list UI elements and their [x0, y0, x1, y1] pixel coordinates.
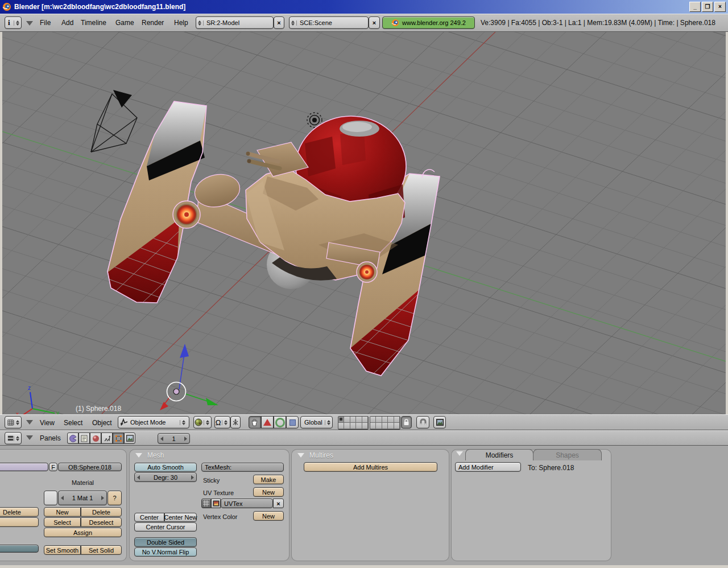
- viewport-3d[interactable]: z y x (1) Sphere.018: [2, 32, 726, 414]
- menu-game[interactable]: Game: [115, 19, 134, 27]
- menu-help[interactable]: Help: [174, 19, 188, 27]
- menu-object[interactable]: Object: [92, 419, 112, 427]
- layer-cell[interactable]: [350, 423, 356, 429]
- minimize-button[interactable]: _: [689, 2, 701, 12]
- editing-buttons-button[interactable]: [113, 433, 124, 444]
- manipulator-hand-button[interactable]: [249, 416, 261, 429]
- menu-select[interactable]: Select: [64, 419, 82, 427]
- script-buttons-button[interactable]: [78, 433, 90, 444]
- lock-layers-button[interactable]: [401, 416, 412, 429]
- layer-cell[interactable]: [338, 417, 344, 423]
- fake-user-button[interactable]: F: [49, 463, 57, 471]
- degr-decrement-icon[interactable]: [137, 475, 140, 480]
- menu-render[interactable]: Render: [142, 19, 164, 27]
- layer-cell[interactable]: [382, 423, 388, 429]
- view3d-window-type-button[interactable]: [5, 416, 22, 429]
- window-type-menu-button[interactable]: i: [5, 17, 22, 29]
- vertex-color-new-button[interactable]: New: [253, 511, 284, 521]
- add-multires-button[interactable]: Add Multires: [304, 462, 437, 472]
- object-name-field[interactable]: OB:Sphere.018: [58, 463, 122, 471]
- panel-collapse-icon[interactable]: [135, 453, 142, 458]
- degr-increment-icon[interactable]: [191, 475, 194, 480]
- buttons-window-type-button[interactable]: [5, 432, 22, 444]
- vertex-group-partial-button[interactable]: [0, 517, 39, 527]
- layer-cell[interactable]: [388, 423, 394, 429]
- modifiers-panel-header[interactable]: [456, 451, 463, 456]
- blender-version-button[interactable]: www.blender.org 249.2: [382, 17, 475, 29]
- multires-panel-header[interactable]: Multires: [297, 451, 333, 459]
- layer-cell[interactable]: [376, 423, 382, 429]
- header-collapse-icon[interactable]: [26, 420, 33, 425]
- add-modifier-button[interactable]: Add Modifier: [455, 462, 521, 472]
- layer-cell[interactable]: [344, 423, 350, 429]
- layer-cell[interactable]: [362, 417, 368, 423]
- screen-close-button[interactable]: ×: [274, 17, 284, 29]
- close-button[interactable]: ×: [714, 2, 726, 12]
- layer-cell[interactable]: [356, 417, 362, 423]
- tab-modifiers[interactable]: Modifiers: [465, 449, 533, 460]
- double-sided-toggle[interactable]: Double Sided: [134, 537, 197, 547]
- material-help-button[interactable]: ?: [107, 491, 122, 505]
- restore-button[interactable]: ❐: [702, 2, 713, 12]
- center-button[interactable]: Center: [134, 513, 164, 522]
- object-buttons-button[interactable]: [101, 433, 113, 444]
- mat-decrement-icon[interactable]: [61, 496, 64, 500]
- render-preview-button[interactable]: [433, 416, 446, 429]
- layer-buttons-group-1[interactable]: [338, 416, 369, 430]
- material-preview-swatch[interactable]: [44, 491, 57, 505]
- texmesh-field[interactable]: TexMesh:: [201, 463, 284, 472]
- layer-cell[interactable]: [338, 423, 344, 429]
- layer-cell[interactable]: [362, 423, 368, 429]
- header-collapse-icon[interactable]: [26, 21, 33, 26]
- layer-cell[interactable]: [394, 417, 400, 423]
- center-new-button[interactable]: Center New: [164, 513, 197, 522]
- menu-file[interactable]: File: [40, 19, 51, 27]
- material-select-button[interactable]: Select: [44, 517, 81, 527]
- layer-cell[interactable]: [388, 417, 394, 423]
- scene-selector[interactable]: SCE:Scene: [289, 17, 369, 29]
- menu-timeline[interactable]: Timeline: [81, 19, 106, 27]
- manipulator-toggle-button[interactable]: [230, 416, 241, 429]
- mode-selector[interactable]: Object Mode: [118, 416, 189, 429]
- title-bar[interactable]: Blender [m:\wc2dbloodfang\wc2dbloodfang1…: [0, 0, 728, 14]
- tab-shapes[interactable]: Shapes: [533, 449, 602, 460]
- layer-cell[interactable]: [356, 423, 362, 429]
- material-new-button[interactable]: New: [44, 507, 81, 517]
- draw-type-selector[interactable]: [193, 416, 212, 429]
- layer-cell[interactable]: [370, 423, 376, 429]
- center-cursor-button[interactable]: Center Cursor: [134, 522, 197, 532]
- frame-number-stepper[interactable]: 1: [158, 433, 190, 444]
- screen-selector[interactable]: SR:2-Model: [196, 17, 274, 29]
- snap-button[interactable]: [416, 416, 429, 429]
- orientation-selector[interactable]: Global: [300, 416, 333, 429]
- layer-cell[interactable]: [376, 417, 382, 423]
- uvtex-grid-button[interactable]: [201, 499, 211, 508]
- pivot-selector[interactable]: Ω: [214, 416, 230, 429]
- uvtex-image-button[interactable]: [211, 499, 221, 508]
- set-smooth-button[interactable]: Set Smooth: [44, 545, 81, 555]
- material-index-stepper[interactable]: 1 Mat 1: [58, 491, 107, 505]
- scene-buttons-button[interactable]: [124, 433, 135, 444]
- panel-collapse-icon[interactable]: [297, 453, 304, 458]
- translate-manipulator-button[interactable]: [261, 416, 274, 429]
- layer-cell[interactable]: [344, 417, 350, 423]
- rotate-manipulator-button[interactable]: [274, 416, 286, 429]
- scale-manipulator-button[interactable]: [286, 416, 299, 429]
- uvtex-delete-button[interactable]: ×: [273, 499, 284, 508]
- vertex-group-delete-button[interactable]: Delete: [0, 507, 39, 517]
- material-assign-button[interactable]: Assign: [44, 528, 122, 537]
- vertex-group-slider[interactable]: [0, 545, 39, 553]
- layer-cell[interactable]: [394, 423, 400, 429]
- auto-smooth-toggle[interactable]: Auto Smooth: [134, 463, 197, 472]
- mat-increment-icon[interactable]: [101, 496, 104, 500]
- logic-buttons-button[interactable]: [67, 433, 78, 444]
- shading-buttons-button[interactable]: [90, 433, 101, 444]
- sticky-make-button[interactable]: Make: [253, 475, 284, 484]
- menu-view[interactable]: View: [40, 419, 55, 427]
- layer-buttons-group-2[interactable]: [370, 416, 400, 430]
- uv-texture-new-button[interactable]: New: [253, 487, 284, 497]
- mesh-panel-header[interactable]: Mesh: [135, 451, 164, 459]
- material-datablock-field[interactable]: [0, 463, 48, 471]
- layer-cell[interactable]: [382, 417, 388, 423]
- degr-stepper[interactable]: Degr: 30: [134, 472, 197, 482]
